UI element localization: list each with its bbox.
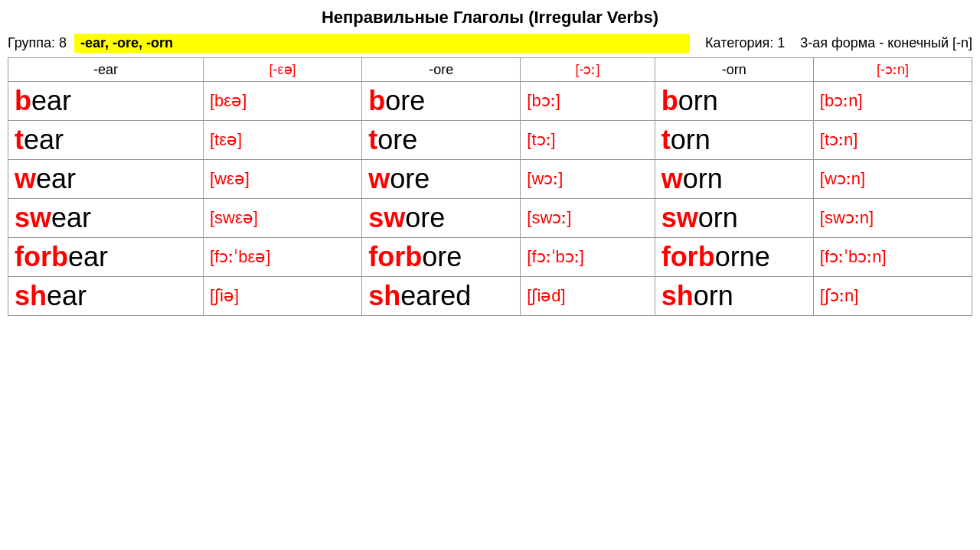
orn-rest-part: orn bbox=[683, 163, 723, 194]
orn-phonetic-cell: [swɔːn] bbox=[813, 199, 972, 238]
ore-phonetic-cell: [swɔː] bbox=[521, 199, 655, 238]
header-ear: -ear bbox=[8, 58, 204, 82]
ore-word-cell: sheared bbox=[362, 277, 521, 316]
ear-bold-part: forb bbox=[15, 241, 68, 272]
ear-phonetic-cell: [bεə] bbox=[204, 82, 362, 121]
ore-rest-part: ore bbox=[377, 124, 417, 155]
table-row: tear[tεə]tore[tɔː]torn[tɔːn] bbox=[8, 121, 972, 160]
ear-word-cell: shear bbox=[8, 277, 204, 316]
orn-bold-part: t bbox=[662, 124, 671, 155]
ear-rest-part: ear bbox=[24, 124, 64, 155]
ore-phonetic-cell: [fɔːˈbɔː] bbox=[521, 238, 655, 277]
ear-rest-part: ear bbox=[36, 163, 76, 194]
header-ear-ph: [-εə] bbox=[204, 58, 362, 82]
ore-phonetic-cell: [tɔː] bbox=[521, 121, 655, 160]
table-header-row: -ear [-εə] -ore [-ɔː] -orn [-ɔːn] bbox=[8, 58, 972, 82]
page-title: Неправильные Глаголы (Irregular Verbs) bbox=[8, 8, 972, 28]
meta-row: Группа: 8 -ear, -ore, -orn Категория: 1 … bbox=[8, 34, 972, 53]
ear-word-cell: wear bbox=[8, 160, 204, 199]
ear-rest-part: ear bbox=[51, 202, 91, 233]
orn-phonetic-cell: [wɔːn] bbox=[813, 160, 972, 199]
table-row: shear[ʃiə]sheared[ʃiəd]shorn[ʃɔːn] bbox=[8, 277, 972, 316]
orn-bold-part: sh bbox=[662, 280, 694, 311]
ear-bold-part: b bbox=[15, 85, 31, 116]
ore-rest-part: ore bbox=[405, 202, 445, 233]
ore-bold-part: sh bbox=[368, 280, 400, 311]
ore-bold-part: t bbox=[368, 124, 377, 155]
orn-word-cell: shorn bbox=[655, 277, 813, 316]
orn-rest-part: orne bbox=[715, 241, 770, 272]
ear-phonetic-cell: [swεə] bbox=[204, 199, 362, 238]
orn-rest-part: orn bbox=[678, 85, 718, 116]
group-label: Группа: 8 bbox=[8, 35, 67, 51]
ear-word-cell: forbear bbox=[8, 238, 204, 277]
ore-word-cell: forbore bbox=[362, 238, 521, 277]
ore-bold-part: forb bbox=[368, 241, 422, 272]
ear-phonetic-cell: [fɔːˈbεə] bbox=[204, 238, 362, 277]
ore-word-cell: wore bbox=[362, 160, 521, 199]
orn-rest-part: orn bbox=[694, 280, 733, 311]
ore-bold-part: sw bbox=[368, 202, 405, 233]
orn-phonetic-cell: [fɔːˈbɔːn] bbox=[813, 238, 972, 277]
ear-rest-part: ear bbox=[68, 241, 108, 272]
ore-phonetic-cell: [ʃiəd] bbox=[521, 277, 655, 316]
orn-word-cell: born bbox=[655, 82, 813, 121]
form-label: 3-ая форма - конечный [-n] bbox=[800, 35, 972, 51]
orn-word-cell: worn bbox=[655, 160, 813, 199]
orn-rest-part: orn bbox=[671, 124, 710, 155]
ore-phonetic-cell: [wɔː] bbox=[521, 160, 655, 199]
ear-bold-part: t bbox=[15, 124, 24, 155]
header-ore: -ore bbox=[362, 58, 521, 82]
ore-word-cell: tore bbox=[362, 121, 521, 160]
table-row: bear[bεə]bore[bɔː]born[bɔːn] bbox=[8, 82, 972, 121]
ore-bold-part: w bbox=[368, 163, 390, 194]
orn-word-cell: forborne bbox=[655, 238, 813, 277]
ore-rest-part: ore bbox=[390, 163, 430, 194]
ear-rest-part: ear bbox=[47, 280, 87, 311]
ore-word-cell: swore bbox=[362, 199, 521, 238]
ear-phonetic-cell: [wεə] bbox=[204, 160, 362, 199]
ear-bold-part: w bbox=[15, 163, 36, 194]
orn-rest-part: orn bbox=[698, 202, 738, 233]
orn-phonetic-cell: [ʃɔːn] bbox=[813, 277, 972, 316]
ore-rest-part: ore bbox=[385, 85, 425, 116]
group-highlight: -ear, -ore, -orn bbox=[74, 34, 690, 53]
ear-phonetic-cell: [tεə] bbox=[204, 121, 362, 160]
table-row: swear[swεə]swore[swɔː]sworn[swɔːn] bbox=[8, 199, 972, 238]
orn-bold-part: b bbox=[662, 85, 678, 116]
irregular-verbs-table: -ear [-εə] -ore [-ɔː] -orn [-ɔːn] bear[b… bbox=[8, 57, 972, 316]
ear-word-cell: tear bbox=[8, 121, 204, 160]
category-label: Категория: 1 bbox=[705, 35, 785, 51]
ore-word-cell: bore bbox=[362, 82, 521, 121]
ear-phonetic-cell: [ʃiə] bbox=[204, 277, 362, 316]
orn-bold-part: forb bbox=[662, 241, 715, 272]
table-row: forbear[fɔːˈbεə]forbore[fɔːˈbɔː]forborne… bbox=[8, 238, 972, 277]
ear-bold-part: sh bbox=[15, 280, 47, 311]
ear-word-cell: bear bbox=[8, 82, 204, 121]
ore-rest-part: eared bbox=[400, 280, 471, 311]
ore-phonetic-cell: [bɔː] bbox=[521, 82, 655, 121]
orn-bold-part: sw bbox=[662, 202, 698, 233]
header-orn: -orn bbox=[655, 58, 813, 82]
header-ore-ph: [-ɔː] bbox=[521, 58, 655, 82]
ear-rest-part: ear bbox=[31, 85, 71, 116]
ore-bold-part: b bbox=[368, 85, 385, 116]
ore-rest-part: ore bbox=[422, 241, 462, 272]
orn-word-cell: torn bbox=[655, 121, 813, 160]
orn-phonetic-cell: [tɔːn] bbox=[813, 121, 972, 160]
header-orn-ph: [-ɔːn] bbox=[813, 58, 972, 82]
table-body: bear[bεə]bore[bɔː]born[bɔːn]tear[tεə]tor… bbox=[8, 82, 972, 316]
orn-word-cell: sworn bbox=[655, 199, 813, 238]
ear-word-cell: swear bbox=[8, 199, 204, 238]
table-row: wear[wεə]wore[wɔː]worn[wɔːn] bbox=[8, 160, 972, 199]
orn-bold-part: w bbox=[662, 163, 683, 194]
ear-bold-part: sw bbox=[15, 202, 51, 233]
orn-phonetic-cell: [bɔːn] bbox=[813, 82, 972, 121]
